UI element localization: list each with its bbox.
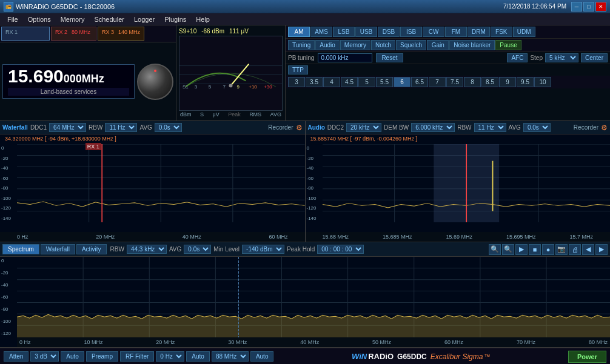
print-btn[interactable]: 🖨 — [569, 244, 581, 255]
menu-memory[interactable]: Memory — [56, 15, 90, 24]
close-button[interactable]: ✕ — [595, 2, 606, 12]
tab-spectrum[interactable]: Spectrum — [2, 244, 39, 254]
hz0-select[interactable]: 0 Hz — [156, 351, 184, 362]
wf2-recorder-icon[interactable]: ⚙ — [601, 124, 608, 132]
ttp-button[interactable]: TTP — [288, 65, 308, 74]
mode-dsb[interactable]: DSB — [378, 27, 400, 37]
maximize-button[interactable]: □ — [583, 2, 594, 12]
minimize-button[interactable]: ─ — [571, 2, 582, 12]
auto-button3[interactable]: Auto — [250, 351, 274, 362]
smeter-level: S9+10 — [179, 28, 196, 35]
wf1-rbw-select[interactable]: 11 Hz — [105, 123, 137, 132]
mode-fm[interactable]: FM — [445, 27, 467, 37]
rbw-select[interactable]: 44.3 kHz — [127, 245, 167, 254]
peakhold-select[interactable]: 00 : 00 : 00 — [317, 245, 364, 254]
bottom-bar: Atten 3 dB Auto Preamp RF Filter 0 Hz Au… — [0, 348, 610, 364]
filter-5-5[interactable]: 5.5 — [376, 77, 393, 87]
filter-4-5[interactable]: 4.5 — [341, 77, 358, 87]
service-label: Land-based services — [8, 88, 129, 96]
mode-am[interactable]: AM — [288, 27, 310, 37]
wf1-avg-select[interactable]: 0.0s — [155, 123, 182, 132]
rx1-tab[interactable]: RX 1 — [1, 27, 50, 41]
filter-6[interactable]: 6 — [394, 77, 411, 87]
btn-tuning[interactable]: Tuning — [288, 40, 315, 50]
power-button[interactable]: Power — [568, 351, 606, 363]
filter-8-5[interactable]: 8.5 — [481, 77, 498, 87]
brand-radio: RADiO — [368, 352, 394, 361]
next-btn[interactable]: ▶ — [595, 244, 608, 255]
record-btn[interactable]: ● — [542, 244, 554, 255]
wf2-freq-select[interactable]: 20 kHz — [346, 123, 381, 132]
wf1-recorder-icon[interactable]: ⚙ — [296, 124, 303, 132]
pb-tuning-input[interactable] — [318, 53, 372, 62]
wf1-label: Waterfall — [2, 124, 28, 131]
preamp-button[interactable]: Preamp — [86, 351, 118, 362]
zoom-out-btn[interactable]: 🔍 — [502, 244, 514, 255]
filter-4[interactable]: 4 — [323, 77, 340, 87]
app-icon: 📻 — [4, 2, 13, 12]
mode-fsk[interactable]: FSK — [491, 27, 512, 37]
tab-activity[interactable]: Activity — [76, 244, 107, 254]
zoom-in-btn[interactable]: 🔍 — [489, 244, 501, 255]
snapshot-btn[interactable]: 📷 — [555, 244, 568, 255]
tuning-knob[interactable] — [137, 64, 173, 100]
step-select[interactable]: 5 kHz — [545, 53, 578, 62]
btn-memory[interactable]: Memory — [340, 40, 370, 50]
mode-usb[interactable]: USB — [355, 27, 377, 37]
filter-7-5[interactable]: 7.5 — [446, 77, 463, 87]
wf2-dem-select[interactable]: 6.000 kHz — [411, 123, 455, 132]
avg-select[interactable]: 0.0s — [184, 245, 211, 254]
stop-btn[interactable]: ■ — [529, 244, 541, 255]
auto-button1[interactable]: Auto — [61, 351, 84, 362]
menu-plugins[interactable]: Plugins — [159, 15, 191, 24]
menu-scheduler[interactable]: Scheduler — [89, 15, 129, 24]
btn-audio[interactable]: Audio — [315, 40, 340, 50]
window-controls: ─ □ ✕ — [571, 2, 606, 12]
btn-noise-blanker[interactable]: Noise blanker — [449, 40, 495, 50]
filter-9-5[interactable]: 9.5 — [517, 77, 534, 87]
filter-5[interactable]: 5 — [358, 77, 375, 87]
rx3-tab[interactable]: RX 3 140 MHz — [98, 27, 144, 41]
menu-options[interactable]: Options — [23, 15, 56, 24]
mode-lsb[interactable]: LSB — [333, 27, 355, 37]
menu-help[interactable]: Help — [191, 15, 215, 24]
tab-waterfall[interactable]: Waterfall — [41, 244, 75, 254]
svg-text:+10: +10 — [249, 84, 257, 90]
filter-3-5[interactable]: 3.5 — [306, 77, 323, 87]
atten-button[interactable]: Atten — [4, 351, 28, 362]
center-button[interactable]: Center — [581, 53, 608, 62]
btn-notch[interactable]: Notch — [371, 40, 395, 50]
wf2-avg-select[interactable]: 0.0s — [523, 123, 551, 132]
menu-logger[interactable]: Logger — [129, 15, 159, 24]
filter-6-5[interactable]: 6.5 — [411, 77, 428, 87]
menu-file[interactable]: File — [2, 15, 23, 24]
filter-3[interactable]: 3 — [288, 77, 305, 87]
prev-btn[interactable]: ◀ — [582, 244, 594, 255]
minlevel-select[interactable]: -140 dBm — [242, 245, 284, 254]
filter-10[interactable]: 10 — [534, 77, 551, 87]
hz88-select[interactable]: 88 MHz — [212, 351, 249, 362]
rx3-label: RX 3 — [102, 29, 114, 35]
db3-select[interactable]: 3 dB — [30, 351, 59, 362]
btn-gain[interactable]: Gain — [427, 40, 449, 50]
mode-udm[interactable]: UDM — [513, 27, 535, 37]
rx2-tab[interactable]: RX 2 80 MHz — [51, 27, 96, 41]
btn-pause[interactable]: Pause — [495, 40, 521, 50]
auto-button2[interactable]: Auto — [186, 351, 210, 362]
svg-text:7: 7 — [223, 84, 226, 90]
afc-button[interactable]: AFC — [507, 53, 528, 62]
play-btn[interactable]: ▶ — [515, 244, 528, 255]
mode-drm[interactable]: DRM — [468, 27, 490, 37]
btn-squelch[interactable]: Squelch — [396, 40, 426, 50]
reset-button[interactable]: Reset — [376, 53, 403, 62]
mode-cw[interactable]: CW — [423, 27, 444, 37]
rf-filter-button[interactable]: RF Filter — [120, 351, 154, 362]
wf1-freq-select[interactable]: 64 MHz — [49, 123, 86, 132]
mode-isb[interactable]: ISB — [400, 27, 422, 37]
wf2-rbw-select[interactable]: 11 Hz — [474, 123, 506, 132]
filter-7[interactable]: 7 — [429, 77, 446, 87]
main-x-axis: 0 Hz 10 MHz 20 MHz 30 MHz 40 MHz 50 MHz … — [17, 337, 610, 347]
mode-ams[interactable]: AMS — [310, 27, 332, 37]
filter-8[interactable]: 8 — [464, 77, 481, 87]
filter-9[interactable]: 9 — [499, 77, 516, 87]
